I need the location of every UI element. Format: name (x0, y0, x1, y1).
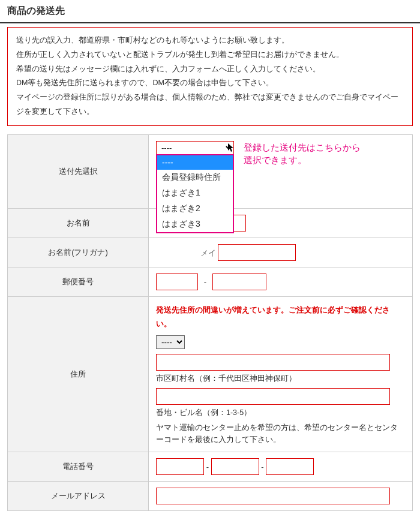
city-input[interactable] (156, 354, 390, 371)
label-dest-select: 送付先選択 (8, 134, 149, 208)
address-warning: 発送先住所の間違いが増えています。ご注文前に必ずご確認ください。 (156, 303, 405, 331)
kana-mei-label: メイ (200, 248, 216, 257)
address-help: ヤマト運輸のセンター止めを希望の方は、希望のセンター名とセンターコードを最後に入… (156, 422, 405, 446)
notice-line: 送り先の誤入力、都道府県・市町村などのもれ等ないようにお願い致します。 (16, 34, 404, 48)
phone3-input[interactable] (266, 458, 314, 475)
label-zip: 郵便番号 (8, 267, 149, 296)
zip2-input[interactable] (212, 273, 266, 290)
dropdown-option-member[interactable]: 会員登録時住所 (157, 170, 233, 185)
zip1-input[interactable] (156, 273, 198, 290)
dropdown-option-h3[interactable]: はまざき3 (157, 217, 233, 232)
dropdown-option-h2[interactable]: はまざき2 (157, 201, 233, 217)
phone-dash: - (261, 462, 263, 471)
notice-line: 希望の送り先はメッセージ欄には入れずに、入力フォームへ正しく入力してください。 (16, 62, 404, 77)
phone1-input[interactable] (156, 458, 204, 475)
dropdown-option-h1[interactable]: はまざき1 (157, 185, 233, 201)
block-help: 番地・ビル名（例：1-3-5） (156, 406, 405, 420)
name-mei-kana-input[interactable] (218, 244, 296, 261)
dest-callout: 登録した送付先はこちらから 選択できます。 (244, 141, 361, 166)
label-email: メールアドレス (8, 482, 149, 511)
block-input[interactable] (156, 388, 390, 405)
notice-line: 住所が正しく入力されていないと配送トラブルが発生し到着ご希望日にお届けができませ… (16, 48, 404, 62)
phone2-input[interactable] (211, 458, 259, 475)
shipping-form-table: 送付先選択 ---- ---- 会員登録時住所 はまざき1 はまざき2 はまざき… (7, 134, 413, 512)
dest-dropdown[interactable]: ---- 会員登録時住所 はまざき1 はまざき2 はまざき3 (156, 154, 234, 233)
city-help: 市区町村名（例：千代田区神田神保町） (156, 372, 405, 386)
notice-box: 送り先の誤入力、都道府県・市町村などのもれ等ないようにお願い致します。 住所が正… (7, 27, 413, 126)
dropdown-option-blank[interactable]: ---- (157, 155, 233, 170)
label-address: 住所 (8, 296, 149, 452)
label-name-kana: お名前(フリガナ) (8, 238, 149, 267)
label-name: お名前 (8, 208, 149, 238)
phone-dash: - (206, 462, 209, 471)
dest-select[interactable]: ---- (156, 141, 234, 155)
page-title: 商品の発送先 (0, 0, 420, 23)
zip-dash: - (204, 277, 206, 286)
notice-line: マイページの登録住所に誤りがある場合は、個人情報のため、弊社では変更できませんの… (16, 91, 404, 119)
notice-line: DM等も発送先住所に送られますので、DM不要の場合は申告して下さい。 (16, 76, 404, 91)
email-input[interactable] (156, 488, 390, 504)
prefecture-select[interactable]: ---- (156, 335, 185, 349)
label-phone: 電話番号 (8, 452, 149, 482)
